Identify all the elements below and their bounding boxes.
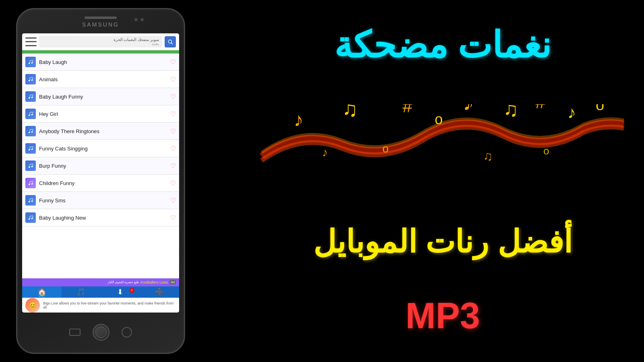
svg-text:o: o (596, 104, 604, 113)
ad-title: Footballers Lives (140, 280, 168, 284)
svg-point-16 (29, 184, 30, 185)
phone-mockup: SAMSUNG سوبر مضحك النغمات الحرة بحث (16, 8, 185, 354)
svg-text:♫: ♫ (483, 149, 493, 163)
song-name: Animals (39, 76, 167, 82)
song-item[interactable]: Funny Cats Singging♡ (22, 140, 179, 157)
svg-text:♪: ♪ (294, 109, 303, 130)
heart-icon[interactable]: ♡ (170, 58, 176, 66)
back-button[interactable] (69, 329, 80, 336)
song-name: Baby Laugh Funny (39, 94, 167, 100)
bigo-banner: 😊 Bigo Live allows you to live-stream yo… (22, 298, 179, 313)
svg-text:♫: ♫ (342, 104, 358, 121)
bottom-nav: Ad Footballers Lives طبع حصرية للنجوم ال… (22, 278, 179, 313)
search-bar: سوبر مضحك النغمات الحرة بحث (39, 36, 162, 47)
heart-icon[interactable]: ♡ (170, 162, 176, 170)
svg-text:o: o (382, 142, 389, 155)
home-button[interactable] (93, 324, 109, 341)
svg-point-17 (31, 183, 33, 185)
right-panel: نغمات مضحكة ♪ ♫ # (242, 0, 644, 362)
notification-badge: 2 (130, 288, 134, 293)
svg-text:#: # (535, 104, 546, 112)
svg-point-13 (31, 149, 33, 150)
svg-point-14 (29, 167, 30, 168)
song-music-icon (25, 91, 36, 102)
nav-tab-add[interactable]: ➕ (140, 286, 180, 298)
svg-point-6 (29, 97, 30, 99)
bigo-avatar: 😊 (25, 298, 40, 313)
svg-point-8 (29, 115, 30, 116)
menu-button[interactable] (25, 37, 37, 46)
svg-point-11 (31, 132, 33, 133)
search-subtext: بحث (42, 42, 159, 46)
song-name: Baby Laughing New (39, 215, 167, 221)
ad-banner: Ad Footballers Lives طبع حصرية للنجوم ال… (22, 278, 179, 286)
song-item[interactable]: Anybody There Ringtones♡ (22, 123, 179, 140)
phone-home-bar (69, 324, 132, 341)
svg-point-12 (29, 149, 30, 151)
song-music-icon (25, 57, 36, 67)
samsung-logo: SAMSUNG (82, 21, 119, 28)
song-name: Funny Cats Singging (39, 146, 167, 152)
svg-text:o: o (435, 111, 443, 128)
song-music-icon (25, 74, 36, 84)
svg-point-7 (31, 97, 33, 99)
music-wave-svg: ♪ ♫ # o ♪ ♫ # (258, 104, 628, 185)
svg-point-15 (31, 166, 33, 168)
svg-text:o: o (543, 145, 549, 157)
song-item[interactable]: Baby Laugh Funny♡ (22, 88, 179, 105)
song-list: Baby Laugh♡Animals♡Baby Laugh Funny♡Hey … (22, 53, 179, 300)
nav-tab-download[interactable]: ⬇ 2 (101, 286, 140, 298)
music-notes-area: ♪ ♫ # o ♪ ♫ # (258, 100, 628, 189)
ad-subtitle: طبع حصرية للنجوم الكبار (107, 280, 139, 284)
song-music-icon (25, 195, 36, 206)
bigo-text: Bigo Live allows you to live-stream your… (43, 301, 176, 309)
song-item[interactable]: Funny Sms♡ (22, 192, 179, 209)
song-name: Children Funny (39, 180, 167, 186)
svg-point-10 (29, 132, 30, 134)
song-item[interactable]: Children Funny♡ (22, 175, 179, 192)
heart-icon[interactable]: ♡ (170, 93, 176, 101)
app-header: سوبر مضحك النغمات الحرة بحث (22, 33, 179, 50)
song-item[interactable]: Burp Funny♡ (22, 157, 179, 175)
svg-line-1 (171, 43, 173, 44)
heart-icon[interactable]: ♡ (170, 197, 176, 204)
ad-label: Ad (169, 280, 176, 284)
song-music-icon (25, 160, 36, 171)
svg-point-2 (29, 63, 30, 64)
song-name: Burp Funny (39, 163, 167, 169)
recents-button[interactable] (122, 327, 132, 337)
nav-tab-home[interactable]: 🏠 تنزيل (22, 286, 62, 298)
phone-speaker (85, 16, 117, 19)
song-item[interactable]: Baby Laugh♡ (22, 53, 179, 71)
song-music-icon (25, 143, 36, 154)
svg-point-9 (31, 114, 33, 116)
song-item[interactable]: Baby Laughing New♡ (22, 209, 179, 226)
nav-tab-home-label: تنزيل (39, 293, 45, 297)
song-item[interactable]: Animals♡ (22, 71, 179, 88)
phone-screen: سوبر مضحك النغمات الحرة بحث Baby Laugh♡A… (22, 33, 179, 313)
svg-point-18 (29, 201, 30, 203)
camera-dot2 (134, 18, 138, 21)
svg-point-19 (31, 201, 33, 202)
heart-icon[interactable]: ♡ (170, 214, 176, 222)
progress-bar (22, 50, 179, 53)
svg-point-3 (31, 62, 33, 64)
heart-icon[interactable]: ♡ (170, 179, 176, 187)
title-arabic-1: نغمات مضحكة (334, 25, 551, 65)
song-item[interactable]: Hey Girl♡ (22, 105, 179, 123)
nav-tabs: 🏠 تنزيل 🎵 ⬇ 2 ➕ (22, 286, 179, 298)
search-button[interactable] (165, 36, 176, 47)
song-music-icon (25, 109, 36, 119)
phone-body: SAMSUNG سوبر مضحك النغمات الحرة بحث (16, 8, 185, 354)
heart-icon[interactable]: ♡ (170, 128, 176, 135)
title-arabic-2: أفضل رنات الموبايل (313, 224, 572, 260)
svg-text:♪: ♪ (568, 104, 576, 122)
nav-tab-music[interactable]: 🎵 (62, 286, 101, 298)
song-music-icon (25, 178, 36, 188)
heart-icon[interactable]: ♡ (170, 76, 176, 83)
svg-text:#: # (402, 104, 413, 116)
heart-icon[interactable]: ♡ (170, 110, 176, 118)
svg-point-20 (29, 218, 30, 220)
svg-point-4 (29, 80, 30, 82)
heart-icon[interactable]: ♡ (170, 145, 176, 152)
